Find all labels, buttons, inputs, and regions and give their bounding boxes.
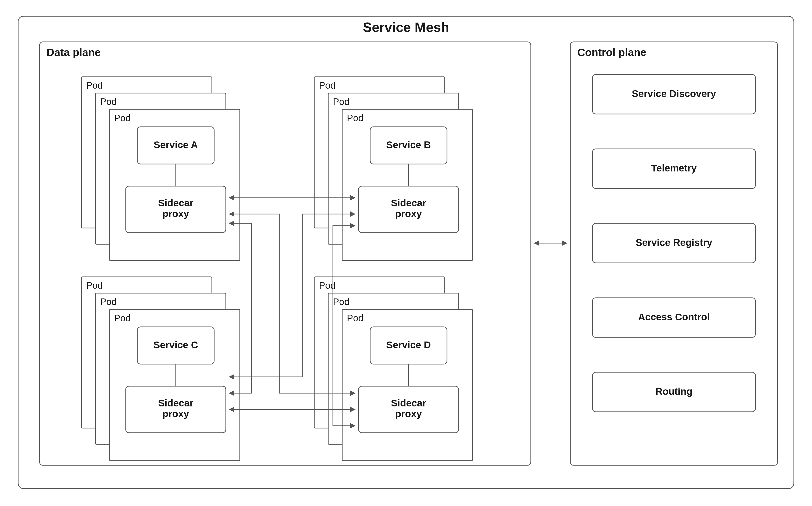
pod-a-front (109, 109, 240, 261)
pod-b-label-mid: Pod (333, 96, 350, 107)
control-label-telemetry: Telemetry (592, 163, 755, 174)
link-b-c (229, 214, 355, 377)
pod-d-label-mid: Pod (333, 297, 350, 307)
pod-d-label-back: Pod (319, 280, 336, 290)
link-a-c (229, 223, 251, 393)
sidecar-c-label: Sidecar proxy (126, 398, 226, 419)
pod-c-label-back: Pod (86, 280, 103, 290)
control-plane-container (570, 42, 778, 465)
pod-c-front (109, 310, 240, 460)
control-label-registry: Service Registry (592, 237, 755, 248)
control-label-discovery: Service Discovery (592, 88, 755, 99)
link-b-d (333, 226, 355, 426)
control-plane-label: Control plane (577, 47, 646, 58)
title: Service Mesh (0, 20, 812, 35)
sidecar-b-label: Sidecar proxy (359, 198, 459, 219)
pod-a-label-mid: Pod (100, 96, 117, 107)
diagram-canvas: Service Mesh Data plane Control plane Po… (0, 0, 812, 506)
pod-c-label-mid: Pod (100, 297, 117, 307)
service-b-label: Service B (370, 140, 447, 150)
pod-d-label-front: Pod (347, 313, 363, 323)
pod-d-front (342, 310, 472, 460)
service-a-label: Service A (137, 140, 214, 150)
service-c-label: Service C (137, 340, 214, 350)
pod-a-label-back: Pod (86, 80, 103, 90)
control-label-routing: Routing (592, 386, 755, 397)
pod-b-label-back: Pod (319, 80, 336, 90)
pod-b-label-front: Pod (347, 113, 363, 123)
pod-b-front (342, 109, 472, 261)
sidecar-d-label: Sidecar proxy (359, 398, 459, 419)
control-label-access: Access Control (592, 312, 755, 323)
pod-c-label-front: Pod (114, 313, 131, 323)
data-plane-label: Data plane (47, 47, 101, 58)
pod-a-label-front: Pod (114, 113, 131, 123)
sidecar-a-label: Sidecar proxy (126, 198, 226, 219)
service-d-label: Service D (370, 340, 447, 350)
